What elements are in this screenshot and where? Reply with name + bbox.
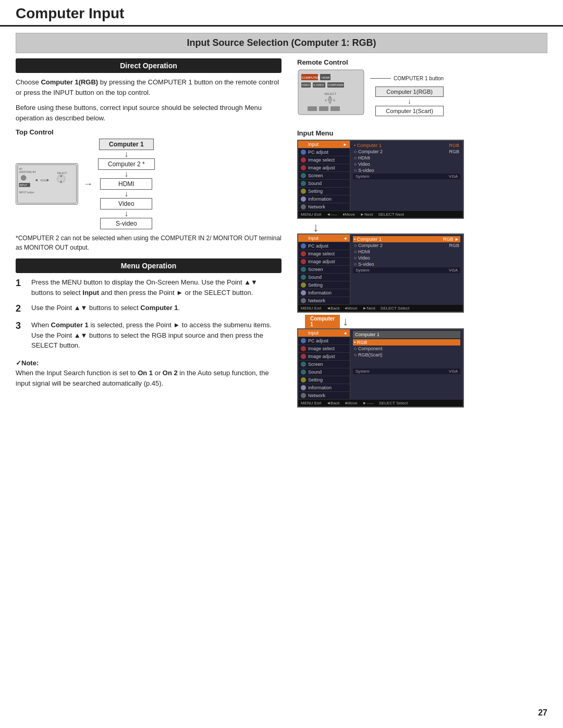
svg-text:HDMI: HDMI bbox=[322, 76, 330, 79]
sound-icon-3 bbox=[301, 369, 306, 375]
step-1-num: 1 bbox=[16, 277, 26, 289]
menu-right-col-2: • Computer 1RGB ► ○ Computer 2RGB ○ HDMI… bbox=[350, 235, 463, 305]
svg-text:VIDEO: VIDEO bbox=[302, 83, 310, 87]
imageadjust-icon-2 bbox=[301, 259, 306, 264]
svg-text:I/O: I/O bbox=[19, 168, 22, 170]
menu-right-item-3-3: ○ RGB(Scart) bbox=[353, 352, 460, 358]
menu-item-screen-2: Screen bbox=[298, 266, 350, 274]
flow-box-video: Video bbox=[100, 198, 152, 209]
step-1: 1 Press the MENU button to display the O… bbox=[16, 277, 282, 298]
top-control-diagram: I/O ON/STAND·BY INPUT ◄ VOL ► SELECT bbox=[16, 139, 282, 229]
input-icon-3 bbox=[301, 330, 306, 336]
network-icon-3 bbox=[301, 393, 306, 398]
information-icon-3 bbox=[301, 385, 306, 390]
remote-control-section: Remote Control COMPUTER HDMI bbox=[297, 58, 547, 121]
input-menu-label: Input Menu bbox=[297, 129, 547, 137]
menu-down-arrow-1: ↓ bbox=[313, 221, 547, 233]
svg-text:►: ► bbox=[46, 178, 50, 182]
menu-system-bar-3: SystemVGA bbox=[353, 368, 460, 374]
menu-right-item-2-1: • Computer 1RGB ► bbox=[353, 236, 460, 242]
menu-item-network-2: Network bbox=[298, 297, 350, 305]
section-title-bar: Input Source Selection (Computer 1: RGB) bbox=[16, 33, 547, 53]
rc-flow-box2: Computer 1(Scart) bbox=[375, 106, 444, 116]
menu-item-imageadjust-1: Image adjust bbox=[298, 164, 350, 172]
menu-item-imageadjust-3: Image adjust bbox=[298, 353, 350, 361]
flow-arrow4: ↓ bbox=[124, 209, 128, 218]
menu-item-sound-1: Sound bbox=[298, 180, 350, 188]
note-section: ✓Note: When the Input Search function is… bbox=[16, 358, 282, 389]
menu-right-item-3: ○ HDMI bbox=[353, 155, 460, 161]
flow-arrow3: ↓ bbox=[124, 190, 128, 198]
section-title: Input Source Selection (Computer 1: RGB) bbox=[187, 38, 376, 48]
input-icon-2 bbox=[301, 236, 306, 241]
screen-icon bbox=[301, 173, 306, 178]
rc-flow-box1: Computer 1(RGB) bbox=[375, 87, 444, 97]
menu-mockup-2: Input ◄ PC adjust Image select bbox=[297, 233, 464, 313]
page-header: Computer Input bbox=[0, 0, 563, 27]
svg-point-32 bbox=[328, 97, 332, 102]
menu-item-pcadjust-3: PC adjust bbox=[298, 337, 350, 345]
flow-box-svideo: S-video bbox=[100, 218, 152, 229]
left-column: Direct Operation Choose Computer 1(RGB) … bbox=[16, 58, 292, 410]
sound-icon-2 bbox=[301, 275, 306, 280]
menu-item-input-2: Input ◄ bbox=[298, 235, 350, 242]
menu-right-item-3-1: • RGB bbox=[353, 339, 460, 346]
step-1-text: Press the MENU button to display the On-… bbox=[31, 277, 282, 298]
step-3-num: 3 bbox=[16, 320, 26, 332]
top-control-device: I/O ON/STAND·BY INPUT ◄ VOL ► SELECT bbox=[16, 163, 78, 205]
menu-item-screen-3: Screen bbox=[298, 361, 350, 368]
menu-item-sound-2: Sound bbox=[298, 274, 350, 281]
flow-box-computer2: Computer 2 * bbox=[98, 158, 155, 170]
information-icon bbox=[301, 196, 306, 202]
menu-operation-header: Menu Operation bbox=[16, 258, 282, 273]
pcadjust-icon-2 bbox=[301, 243, 306, 249]
menu-item-information-2: Information bbox=[298, 289, 350, 297]
flow-box-computer1: Computer 1 bbox=[99, 139, 154, 150]
svg-text:▼: ▼ bbox=[59, 180, 63, 183]
computer-label-container: Computer1 ↓ bbox=[305, 315, 547, 328]
step-3-text: When Computer 1 is selected, press the P… bbox=[31, 320, 282, 351]
step-2: 2 Use the Point ▲▼ buttons to select Com… bbox=[16, 303, 282, 315]
screen-icon-3 bbox=[301, 362, 306, 367]
menu-item-imageadjust-2: Image adjust bbox=[298, 258, 350, 266]
menu-right-item-2-4: ○ Video bbox=[353, 255, 460, 261]
menu-item-setting-2: Setting bbox=[298, 281, 350, 289]
svg-text:INPUT: INPUT bbox=[19, 184, 27, 187]
menu-item-setting-1: Setting bbox=[298, 188, 350, 195]
svg-text:COMPUTER: COMPUTER bbox=[302, 76, 320, 79]
menu-item-information-1: Information bbox=[298, 195, 350, 203]
remote-control-svg: COMPUTER HDMI COMPUTER VIDEO S-VIDEO bbox=[297, 69, 365, 116]
menu-left-col-3: Input ◄ PC adjust Image select bbox=[298, 329, 350, 400]
menu-right-item-3-2: ○ Component bbox=[353, 346, 460, 352]
menu-item-pcadjust-1: PC adjust bbox=[298, 149, 350, 156]
computer-arrow: ↓ bbox=[342, 315, 348, 328]
svg-text:COMPONENT: COMPONENT bbox=[328, 83, 345, 87]
computer1-button-label: COMPUTER 1 button bbox=[394, 76, 444, 81]
svg-text:S-VIDEO: S-VIDEO bbox=[313, 83, 324, 87]
step-2-text: Use the Point ▲▼ buttons to select Compu… bbox=[31, 303, 180, 313]
svg-text:ON/STAND·BY: ON/STAND·BY bbox=[19, 171, 36, 174]
step-2-num: 2 bbox=[16, 303, 26, 315]
input-icon bbox=[301, 142, 306, 147]
flow-arrow2: ↓ bbox=[124, 170, 128, 178]
flow-right-arrow: → bbox=[83, 179, 93, 190]
information-icon-2 bbox=[301, 290, 306, 295]
menu-right-title-3: Computer 1 bbox=[353, 331, 460, 338]
menu-item-network-3: Network bbox=[298, 392, 350, 400]
network-icon bbox=[301, 204, 306, 209]
rc-container: COMPUTER HDMI COMPUTER VIDEO S-VIDEO bbox=[297, 69, 547, 117]
menu-right-item-1: • Computer 1RGB bbox=[353, 142, 460, 149]
flow-box-hdmi: HDMI bbox=[100, 178, 152, 190]
menu-item-pcadjust-2: PC adjust bbox=[298, 242, 350, 250]
imageadjust-icon-3 bbox=[301, 354, 306, 359]
menu-item-information-3: Information bbox=[298, 384, 350, 392]
svg-text:SELECT: SELECT bbox=[324, 92, 337, 95]
menu-bottom-bar-3: MENU Exit◄Back♦Move►-----SELECT Select bbox=[298, 400, 463, 406]
svg-text:▲: ▲ bbox=[59, 174, 63, 177]
remote-control-title: Remote Control bbox=[297, 58, 547, 66]
menu-system-bar-2: SystemVGA bbox=[353, 267, 460, 273]
pcadjust-icon bbox=[301, 150, 306, 155]
main-content: Direct Operation Choose Computer 1(RGB) … bbox=[0, 58, 563, 410]
flow-boxes: Computer 1 ↓ Computer 2 * ↓ HDMI ↓ Video… bbox=[98, 139, 155, 229]
imageselect-icon bbox=[301, 157, 306, 163]
